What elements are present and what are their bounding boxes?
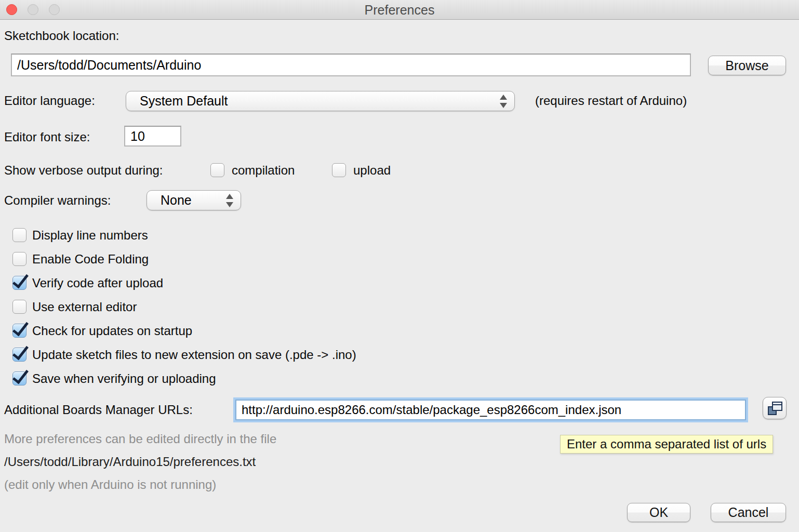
browse-button[interactable]: Browse bbox=[708, 56, 786, 75]
verbose-output-label: Show verbose output during: bbox=[4, 163, 163, 178]
editor-language-label: Editor language: bbox=[4, 94, 95, 108]
sketchbook-location-input[interactable] bbox=[11, 54, 691, 76]
edit-only-note: (edit only when Arduino is not running) bbox=[4, 477, 216, 492]
compiler-warnings-label: Compiler warnings: bbox=[4, 193, 111, 208]
ok-button[interactable]: OK bbox=[627, 503, 690, 522]
stepper-arrows-icon bbox=[226, 194, 233, 207]
preferences-file-path: /Users/todd/Library/Arduino15/preference… bbox=[4, 455, 256, 469]
use-external-editor-checkbox[interactable] bbox=[12, 300, 26, 314]
editor-language-value: System Default bbox=[126, 94, 500, 109]
verify-code-after-upload-label: Verify code after upload bbox=[32, 276, 163, 290]
stepper-arrows-icon bbox=[500, 95, 507, 108]
enable-code-folding-checkbox[interactable] bbox=[12, 252, 26, 266]
compilation-label: compilation bbox=[232, 163, 295, 178]
save-when-verifying-checkbox[interactable] bbox=[12, 371, 26, 385]
upload-checkbox[interactable] bbox=[332, 163, 346, 177]
check-for-updates-checkbox[interactable] bbox=[12, 324, 26, 338]
editor-language-note: (requires restart of Arduino) bbox=[535, 94, 687, 108]
preferences-dialog: Preferences Sketchbook location: Browse … bbox=[0, 0, 799, 532]
use-external-editor-label: Use external editor bbox=[32, 300, 137, 314]
update-sketch-files-label: Update sketch files to new extension on … bbox=[32, 348, 356, 362]
cancel-button[interactable]: Cancel bbox=[711, 503, 786, 522]
sketchbook-location-label: Sketchbook location: bbox=[4, 29, 119, 43]
title-bar: Preferences bbox=[0, 0, 799, 20]
display-line-numbers-checkbox[interactable] bbox=[12, 228, 26, 242]
update-sketch-files-checkbox[interactable] bbox=[12, 348, 26, 362]
check-for-updates-label: Check for updates on startup bbox=[32, 324, 192, 338]
boards-manager-list-button[interactable] bbox=[763, 397, 787, 419]
editor-font-size-input[interactable] bbox=[124, 126, 181, 147]
enable-code-folding-label: Enable Code Folding bbox=[32, 252, 149, 267]
overlapping-windows-icon bbox=[768, 402, 782, 415]
editor-font-size-label: Editor font size: bbox=[4, 130, 90, 144]
boards-manager-urls-label: Additional Boards Manager URLs: bbox=[4, 403, 193, 417]
editor-language-select[interactable]: System Default bbox=[126, 91, 515, 111]
window-title: Preferences bbox=[0, 3, 799, 18]
compilation-checkbox[interactable] bbox=[210, 163, 224, 177]
compiler-warnings-select[interactable]: None bbox=[147, 190, 241, 210]
tooltip: Enter a comma separated list of urls bbox=[560, 435, 773, 454]
display-line-numbers-label: Display line numbers bbox=[32, 228, 148, 243]
compiler-warnings-value: None bbox=[147, 193, 226, 208]
save-when-verifying-label: Save when verifying or uploading bbox=[32, 371, 216, 386]
boards-manager-urls-input[interactable] bbox=[235, 400, 746, 420]
upload-label: upload bbox=[353, 163, 391, 178]
more-preferences-note: More preferences can be edited directly … bbox=[4, 432, 276, 446]
verify-code-after-upload-checkbox[interactable] bbox=[12, 276, 26, 290]
